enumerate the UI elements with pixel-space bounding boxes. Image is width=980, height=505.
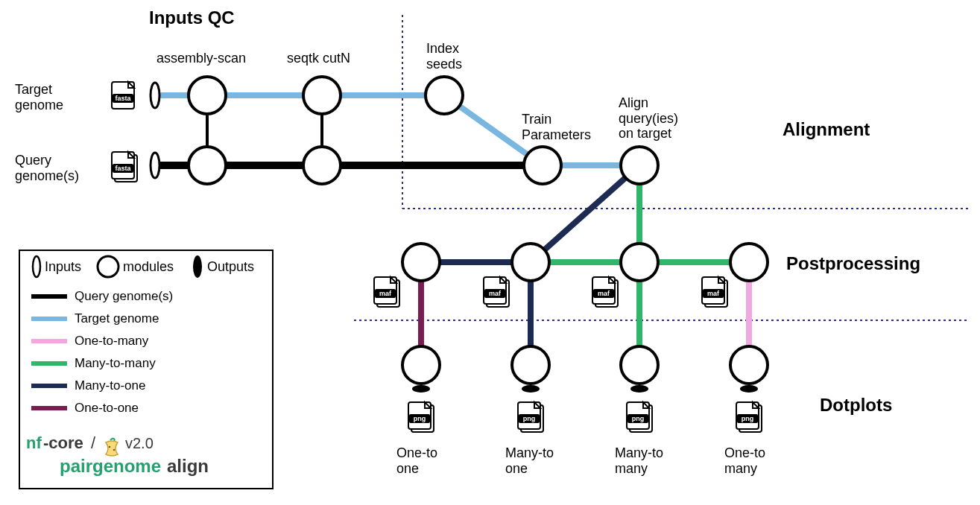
- file-fasta-query: fasta: [112, 152, 137, 182]
- node-dot-o2o: [402, 346, 440, 384]
- svg-text:maf: maf: [379, 290, 392, 297]
- label-out-m2m: Many-to many: [615, 445, 663, 476]
- file-png-m2o: png: [518, 402, 543, 432]
- output-stub-m2m: [630, 385, 648, 393]
- legend-swatch-m2o: [31, 384, 67, 388]
- section-alignment: Alignment: [783, 119, 870, 140]
- node-pp-o2o: [402, 244, 440, 281]
- brand-nf: nf: [26, 433, 42, 453]
- svg-text:maf: maf: [489, 290, 502, 297]
- label-index-seeds: Index seeds: [426, 41, 462, 72]
- file-maf-o2o: maf: [374, 277, 399, 307]
- node-pp-m2o: [512, 244, 549, 281]
- label-query-genome: Query genome(s): [15, 153, 79, 183]
- output-stub-o2m: [740, 385, 758, 393]
- legend-modules-label: modules: [123, 259, 174, 275]
- legend-swatch-o2o: [31, 406, 67, 410]
- node-dot-o2m: [730, 346, 768, 384]
- svg-text:png: png: [742, 415, 754, 422]
- node-seqtk-query: [303, 147, 341, 184]
- legend-label-m2m: Many-to-many: [75, 356, 156, 371]
- legend-label-o2m: One-to-many: [75, 334, 148, 349]
- svg-text:png: png: [523, 415, 536, 422]
- svg-text:png: png: [414, 415, 426, 422]
- node-pp-o2m: [730, 244, 768, 281]
- brand-pairgenome: pairgenome: [60, 456, 161, 477]
- brand-version: v2.0: [125, 435, 154, 452]
- node-index-seeds: [426, 77, 463, 114]
- legend-swatch-target: [31, 317, 67, 321]
- legend-label-o2o: One-to-one: [75, 401, 139, 416]
- node-assemblyscan-target: [189, 77, 226, 114]
- input-marker-target: [151, 83, 159, 108]
- output-stub-o2o: [412, 385, 430, 393]
- section-dotplots: Dotplots: [820, 395, 892, 416]
- brand-slash: /: [91, 433, 95, 453]
- section-postprocessing: Postprocessing: [786, 253, 920, 274]
- legend-label-target: Target genome: [75, 311, 159, 326]
- node-seqtk-target: [303, 77, 341, 114]
- label-out-m2o: Many-to one: [505, 445, 554, 476]
- label-out-o2m: One-to many: [724, 445, 765, 476]
- label-train-params: Train Parameters: [522, 112, 591, 142]
- file-fasta-target: fasta: [112, 82, 134, 109]
- node-dot-m2m: [621, 346, 658, 384]
- output-stub-m2o: [522, 385, 540, 393]
- section-inputs-qc: Inputs QC: [149, 7, 235, 28]
- label-assemblyscan: assembly-scan: [157, 51, 246, 66]
- svg-text:fasta: fasta: [115, 165, 131, 172]
- label-seqtk: seqtk cutN: [287, 51, 350, 66]
- brand-core: -core: [43, 433, 83, 453]
- node-dot-m2o: [512, 346, 549, 384]
- legend-label-m2o: Many-to-one: [75, 378, 145, 393]
- svg-text:maf: maf: [707, 290, 720, 297]
- brand-align: align: [167, 456, 209, 477]
- file-png-m2m: png: [627, 402, 652, 432]
- label-out-o2o: One-to one: [396, 445, 437, 476]
- file-maf-m2o: maf: [484, 277, 509, 307]
- svg-text:fasta: fasta: [115, 95, 131, 102]
- svg-text:png: png: [632, 415, 645, 422]
- legend-outputs-label: Outputs: [207, 259, 254, 275]
- label-align: Align query(ies) on target: [619, 95, 678, 142]
- svg-text:maf: maf: [598, 290, 610, 297]
- legend-label-query: Query genome(s): [75, 289, 173, 304]
- input-marker-query: [151, 153, 159, 178]
- label-target-genome: Target genome: [15, 82, 63, 112]
- node-train-params: [524, 147, 561, 184]
- file-png-o2o: png: [408, 402, 434, 432]
- file-maf-o2m: maf: [702, 277, 727, 307]
- legend-swatch-query: [31, 294, 67, 299]
- file-png-o2m: png: [736, 402, 762, 432]
- node-align: [621, 147, 658, 184]
- legend-swatch-o2m: [31, 339, 67, 343]
- file-maf-m2m: maf: [592, 277, 618, 307]
- node-pp-m2m: [621, 244, 658, 281]
- legend-inputs-label: Inputs: [45, 259, 81, 275]
- node-assemblyscan-query: [189, 147, 226, 184]
- legend-swatch-m2m: [31, 361, 67, 366]
